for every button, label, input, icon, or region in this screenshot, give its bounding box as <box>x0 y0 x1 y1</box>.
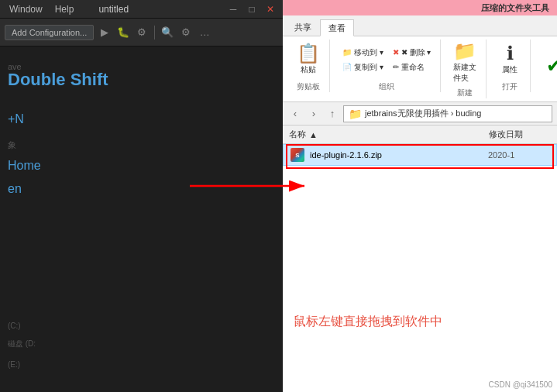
organize-group-label: 组织 <box>379 81 394 92</box>
window-title: untitled <box>98 4 129 15</box>
nav-back-button[interactable]: ‹ <box>287 108 303 119</box>
open-group-label: 打开 <box>502 81 517 92</box>
ide-drive-e: (E:) <box>8 360 20 369</box>
file-icon-zip: S <box>290 147 305 163</box>
zip-icon: S <box>291 148 304 162</box>
minimize-button[interactable]: ─ <box>227 4 239 15</box>
ribbon-group-new: 📁 新建文件夹 新建 <box>444 40 487 98</box>
nav-forward-button[interactable]: › <box>306 108 321 119</box>
ide-label-image: 象 <box>8 139 16 151</box>
file-list-header: 名称 ▲ 修改日期 <box>283 126 557 144</box>
rename-icon: ✏ <box>393 63 399 71</box>
more-button[interactable]: … <box>197 25 212 40</box>
properties-label: 属性 <box>502 64 517 75</box>
ide-toolbar: Add Configuration... ▶ 🐛 ⚙ 🔍 ⚙ … <box>0 19 283 46</box>
debug-button[interactable]: 🐛 <box>115 25 131 40</box>
lang-label: en <box>8 182 22 195</box>
title-bar: Window Help untitled ─ □ ✕ <box>0 0 283 19</box>
ribbon-content: 📋 粘贴 剪贴板 📁 移动到 ▾ 📄 复 <box>283 36 557 101</box>
ribbon-col-left: 📁 移动到 ▾ 📄 复制到 ▾ <box>339 46 387 74</box>
delete-button[interactable]: ✖ ✖ 删除 ▾ <box>390 46 435 60</box>
explorer-panel: 压缩的文件夹工具 共享 查看 📋 粘贴 剪贴板 <box>283 0 557 392</box>
copy-to-label: 复制到 ▾ <box>354 62 383 73</box>
ide-content: ave Double Shift +N 象 Home en (C:) 磁盘 (D… <box>0 46 283 392</box>
coverage-button[interactable]: ⚙ <box>134 25 150 40</box>
nav-up-button[interactable]: ↑ <box>325 108 340 119</box>
title-bar-left: Window Help untitled <box>6 2 129 16</box>
maximize-button[interactable]: □ <box>246 4 258 15</box>
file-item[interactable]: S ide-plugin-2.1.6.zip 2020-1 <box>283 144 557 166</box>
ribbon-group-new-content: 📁 新建文件夹 <box>450 40 480 86</box>
toolbar-separator-1 <box>154 26 155 40</box>
watermark: CSDN @qi341500 <box>489 380 552 389</box>
ribbon-group-check: ✔ <box>534 40 557 92</box>
move-to-button[interactable]: 📁 移动到 ▾ <box>339 46 387 60</box>
new-folder-label: 新建文件夹 <box>453 62 476 84</box>
ribbon-tool-header: 压缩的文件夹工具 <box>283 0 557 15</box>
paste-label: 粘贴 <box>301 64 316 75</box>
address-bar: ‹ › ↑ 📁 jetbrains无限使用插件 › buding <box>283 102 557 126</box>
column-modified: 修改日期 <box>489 129 551 140</box>
menu-window[interactable]: Window <box>6 2 46 16</box>
paste-button[interactable]: 📋 粘贴 <box>294 42 323 77</box>
paste-icon: 📋 <box>297 44 320 63</box>
ribbon: 压缩的文件夹工具 共享 查看 📋 粘贴 剪贴板 <box>283 0 557 102</box>
delete-label: ✖ 删除 ▾ <box>401 47 432 58</box>
search-button[interactable]: 🔍 <box>160 25 175 40</box>
ribbon-col-right: ✖ ✖ 删除 ▾ ✏ 重命名 <box>390 46 435 74</box>
new-folder-button[interactable]: 📁 新建文件夹 <box>450 40 480 86</box>
folder-icon: 📁 <box>349 108 362 120</box>
lang-action[interactable]: en <box>8 182 22 196</box>
ribbon-group-clipboard-content: 📋 粘贴 <box>294 40 323 80</box>
ide-panel: Window Help untitled ─ □ ✕ Add Configura… <box>0 0 283 392</box>
file-modified-date: 2020-1 <box>488 150 550 160</box>
home-action[interactable]: Home <box>8 159 41 173</box>
copy-to-button[interactable]: 📄 复制到 ▾ <box>339 60 387 74</box>
properties-icon: ℹ <box>507 44 514 63</box>
ribbon-section-label: 压缩的文件夹工具 <box>481 2 549 14</box>
ribbon-group-check-content: ✔ <box>540 40 557 92</box>
address-path[interactable]: 📁 jetbrains无限使用插件 › buding <box>343 105 552 122</box>
menu-help[interactable]: Help <box>52 2 77 16</box>
ribbon-group-properties: ℹ 属性 打开 <box>490 40 531 92</box>
tab-share[interactable]: 共享 <box>286 19 320 36</box>
file-list: 名称 ▲ 修改日期 S ide-plugin-2.1.6.zip 2020-1 … <box>283 126 557 392</box>
properties-button[interactable]: ℹ 属性 <box>496 42 524 77</box>
checkmark-icon: ✔ <box>546 57 557 75</box>
column-name-label: 名称 <box>289 129 306 140</box>
new-folder-icon: 📁 <box>453 42 476 60</box>
search-everywhere-action[interactable]: Double Shift <box>8 70 108 90</box>
ribbon-group-clipboard: 📋 粘贴 剪贴板 <box>287 40 330 92</box>
ribbon-tabs: 共享 查看 <box>283 15 557 36</box>
new-group-label: 新建 <box>457 88 473 98</box>
clipboard-group-label: 剪贴板 <box>297 81 320 92</box>
checkmark-button[interactable]: ✔ <box>540 54 557 77</box>
file-name: ide-plugin-2.1.6.zip <box>310 150 483 160</box>
rename-label: 重命名 <box>401 62 425 73</box>
home-label: Home <box>8 159 41 172</box>
ribbon-group-properties-content: ℹ 属性 <box>496 40 524 80</box>
ide-drive-d: 磁盘 (D: <box>8 339 36 349</box>
new-file-action[interactable]: +N <box>8 112 24 126</box>
add-configuration-button[interactable]: Add Configuration... <box>5 25 94 40</box>
instruction-label: 鼠标左键直接拖拽到软件中 <box>294 315 442 328</box>
new-file-label: +N <box>8 112 24 126</box>
copy-to-icon: 📄 <box>342 63 352 71</box>
path-text: jetbrains无限使用插件 › buding <box>365 108 481 119</box>
delete-icon: ✖ <box>393 48 399 57</box>
double-shift-label: Double Shift <box>8 70 108 89</box>
rename-button[interactable]: ✏ 重命名 <box>390 60 435 74</box>
close-button[interactable]: ✕ <box>264 4 277 15</box>
tab-view[interactable]: 查看 <box>320 19 354 36</box>
title-bar-controls: ─ □ ✕ <box>227 4 277 15</box>
instruction-text: 鼠标左键直接拖拽到软件中 <box>283 314 557 330</box>
ide-drive-c: (C:) <box>8 322 21 330</box>
move-to-icon: 📁 <box>342 48 352 57</box>
move-to-label: 移动到 ▾ <box>354 47 383 58</box>
ribbon-group-organize: 📁 移动到 ▾ 📄 复制到 ▾ ✖ ✖ 删除 ▾ <box>333 40 441 92</box>
settings-button[interactable]: ⚙ <box>178 25 194 40</box>
ribbon-group-organize-content: 📁 移动到 ▾ 📄 复制到 ▾ ✖ ✖ 删除 ▾ <box>339 40 434 80</box>
run-button[interactable]: ▶ <box>97 25 112 40</box>
column-name[interactable]: 名称 ▲ <box>289 129 489 140</box>
sort-icon: ▲ <box>309 130 318 139</box>
